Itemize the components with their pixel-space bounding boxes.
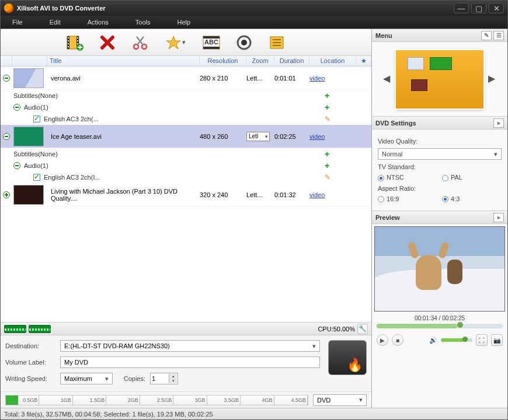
next-template-button[interactable]: ▶	[488, 73, 496, 86]
disc-type-select[interactable]: DVD	[313, 394, 367, 406]
pal-radio[interactable]	[442, 175, 448, 181]
properties-button[interactable]	[267, 33, 287, 52]
prev-template-button[interactable]: ◀	[383, 73, 391, 86]
col-resolution[interactable]: Resolution	[200, 56, 246, 66]
seek-slider[interactable]	[377, 324, 503, 328]
writing-speed-select[interactable]: Maximum	[60, 373, 113, 384]
menu-edit[interactable]: Edit	[50, 19, 61, 26]
edit-audio-icon[interactable]: ✎	[325, 115, 330, 123]
add-file-button[interactable]	[65, 33, 85, 52]
volume-label-input[interactable]: My DVD	[60, 356, 320, 368]
collapse-icon[interactable]	[13, 104, 20, 111]
preview-viewport[interactable]	[374, 226, 505, 312]
copies-stepper[interactable]: 1▴▾	[150, 373, 178, 384]
maximize-button[interactable]: ▢	[471, 3, 486, 13]
ar-169-radio[interactable]	[378, 196, 384, 202]
minimize-button[interactable]: —	[454, 3, 469, 13]
burn-button[interactable]	[234, 33, 254, 52]
add-audio-icon[interactable]: +	[325, 161, 329, 170]
cpu-settings-button[interactable]: 🔧	[357, 324, 368, 334]
audio-checkbox[interactable]	[33, 116, 40, 123]
subtitles-row[interactable]: Subtitles(None)+	[1, 90, 371, 102]
col-location[interactable]: Location	[309, 56, 356, 66]
add-subtitle-icon[interactable]: +	[325, 149, 329, 159]
writing-speed-label: Writing Speed:	[5, 375, 55, 382]
subtitles-row[interactable]: Subtitles(None)+	[1, 148, 371, 160]
delete-button[interactable]	[98, 33, 117, 52]
list-icon	[269, 35, 284, 50]
menu-actions[interactable]: Actions	[88, 19, 109, 26]
collapse-icon[interactable]	[3, 133, 10, 140]
video-quality-select[interactable]: Normal	[378, 148, 502, 160]
effects-button[interactable]: ▾	[163, 33, 189, 52]
file-location-link[interactable]: video	[309, 191, 325, 198]
dvd-settings-expand-button[interactable]: ▸	[493, 118, 504, 128]
toolbar: ▾ ABC	[1, 29, 371, 56]
zoom-select[interactable]: Letl	[246, 132, 270, 141]
audio-header-row[interactable]: Audio(1)+	[1, 102, 371, 113]
volume-icon[interactable]: 🔊	[429, 337, 437, 344]
thumbnail	[13, 127, 44, 146]
audio-track-row[interactable]: English AC3 2ch(...✎	[1, 113, 371, 125]
file-location-link[interactable]: video	[309, 133, 325, 140]
thumbnail	[13, 68, 44, 88]
menu-help[interactable]: Help	[177, 19, 190, 26]
collapse-icon[interactable]	[3, 75, 10, 82]
audio-header-row[interactable]: Audio(1)+	[1, 160, 371, 172]
menu-list-button[interactable]: ☰	[493, 31, 504, 40]
menu-edit-button[interactable]: ✎	[481, 31, 492, 40]
file-row[interactable]: Living with Michael Jackson (Part 3 10) …	[1, 183, 371, 206]
cut-button[interactable]	[130, 33, 150, 52]
col-star[interactable]: ★	[356, 56, 371, 66]
add-audio-icon[interactable]: +	[325, 103, 329, 112]
file-resolution: 280 x 210	[200, 75, 246, 82]
collapse-icon[interactable]	[13, 162, 20, 169]
stop-button[interactable]: ■	[392, 334, 403, 346]
subtitle-button[interactable]: ABC	[201, 33, 221, 52]
svg-rect-5	[68, 43, 69, 44]
svg-marker-14	[166, 36, 180, 49]
preview-expand-button[interactable]: ▸	[493, 213, 504, 222]
menu-tools[interactable]: Tools	[135, 19, 151, 26]
menu-template-thumbnail[interactable]	[396, 50, 483, 108]
edit-audio-icon[interactable]: ✎	[325, 173, 330, 181]
start-burn-button[interactable]	[328, 340, 367, 375]
col-title[interactable]: Title	[47, 56, 200, 66]
file-location-link[interactable]: video	[309, 75, 325, 82]
abc-film-icon: ABC	[203, 35, 220, 50]
add-subtitle-icon[interactable]: +	[325, 91, 329, 100]
file-duration: 0:01:32	[274, 191, 309, 198]
destination-select[interactable]: E:(HL-DT-ST DVD-RAM GH22NS30)	[60, 340, 320, 352]
expand-icon[interactable]	[3, 191, 10, 198]
menu-template-area: ◀ ▶	[372, 42, 507, 117]
ar-43-radio[interactable]	[442, 196, 448, 202]
close-button[interactable]: ✕	[489, 3, 504, 13]
capacity-ruler: 0.5GB 1GB 1.5GB 2GB 2.5GB 3GB 3.5GB 4GB …	[5, 395, 308, 405]
titlebar: Xilisoft AVI to DVD Converter — ▢ ✕	[1, 1, 507, 16]
svg-rect-3	[68, 37, 69, 38]
cpu-graph-icon	[29, 325, 51, 333]
file-row[interactable]: Ice Age teaser.avi 480 x 260 Letl 0:02:2…	[1, 125, 371, 148]
tv-standard-label: TV Standard:	[378, 163, 416, 170]
fullscreen-button[interactable]: ⛶	[476, 334, 488, 346]
volume-slider[interactable]	[441, 338, 472, 342]
aspect-ratio-label: Aspect Ratio:	[378, 185, 416, 192]
svg-rect-8	[77, 40, 78, 41]
audio-track-row[interactable]: English AC3 2ch(I...✎	[1, 172, 371, 183]
dvd-settings-header: DVD Settings ▸	[372, 117, 507, 130]
file-title: verona.avi	[47, 75, 200, 82]
svg-text:ABC: ABC	[204, 38, 218, 46]
file-zoom: Lett...	[246, 75, 274, 82]
list-header: Title Resolution Zoom Duration Location …	[1, 56, 371, 66]
col-zoom[interactable]: Zoom	[246, 56, 274, 66]
snapshot-button[interactable]: 📷	[491, 334, 503, 346]
col-duration[interactable]: Duration	[274, 56, 309, 66]
menu-file[interactable]: File	[12, 19, 23, 26]
x-icon	[100, 35, 115, 50]
file-resolution: 320 x 240	[200, 191, 246, 198]
audio-checkbox[interactable]	[33, 174, 40, 181]
play-button[interactable]: ▶	[377, 334, 388, 346]
ntsc-radio[interactable]	[378, 175, 384, 181]
file-row[interactable]: verona.avi 280 x 210 Lett... 0:01:01 vid…	[1, 66, 371, 90]
volume-label-label: Volume Label:	[5, 359, 55, 366]
